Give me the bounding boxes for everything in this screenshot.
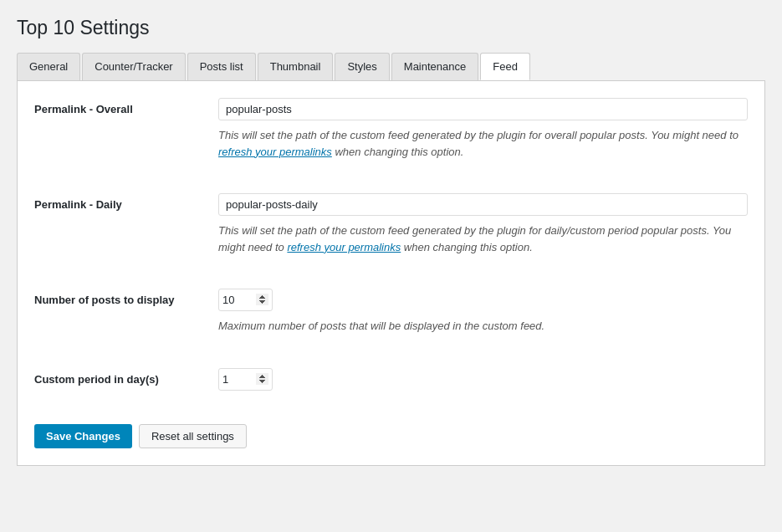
action-buttons: Save Changes Reset all settings	[34, 424, 748, 448]
tab-counter-tracker[interactable]: Counter/Tracker	[82, 53, 185, 80]
tab-posts-list[interactable]: Posts list	[187, 53, 256, 80]
custom-period-row: Custom period in day(s)	[34, 368, 748, 407]
permalink-overall-control: This will set the path of the custom fee…	[218, 98, 748, 160]
num-posts-row: Number of posts to display Maximum numbe…	[34, 289, 748, 351]
tab-feed[interactable]: Feed	[480, 53, 530, 80]
permalink-daily-label: Permalink - Daily	[34, 193, 218, 211]
permalink-overall-label: Permalink - Overall	[34, 98, 218, 115]
num-posts-input[interactable]	[218, 289, 273, 311]
tab-styles[interactable]: Styles	[335, 53, 389, 80]
num-posts-control: Maximum number of posts that will be dis…	[218, 289, 748, 335]
custom-period-control	[218, 368, 748, 391]
permalink-overall-row: Permalink - Overall This will set the pa…	[34, 98, 748, 176]
custom-period-input[interactable]	[218, 368, 273, 391]
permalink-daily-control: This will set the path of the custom fee…	[218, 193, 748, 255]
permalink-overall-link[interactable]: refresh your permalinks	[218, 146, 332, 158]
permalink-daily-description: This will set the path of the custom fee…	[218, 223, 748, 255]
tab-thumbnail[interactable]: Thumbnail	[258, 53, 334, 80]
tab-bar: General Counter/Tracker Posts list Thumb…	[17, 53, 765, 80]
num-posts-description: Maximum number of posts that will be dis…	[218, 318, 748, 335]
permalink-daily-row: Permalink - Daily This will set the path…	[34, 193, 748, 272]
tab-maintenance[interactable]: Maintenance	[391, 53, 478, 80]
permalink-daily-input[interactable]	[218, 193, 748, 216]
permalink-daily-link[interactable]: refresh your permalinks	[287, 241, 401, 253]
permalink-overall-description: This will set the path of the custom fee…	[218, 127, 748, 160]
custom-period-label: Custom period in day(s)	[34, 368, 218, 386]
num-posts-label: Number of posts to display	[34, 289, 218, 306]
save-button[interactable]: Save Changes	[34, 424, 132, 448]
permalink-overall-input[interactable]	[218, 98, 748, 120]
settings-panel: Permalink - Overall This will set the pa…	[17, 80, 765, 466]
reset-button[interactable]: Reset all settings	[139, 424, 247, 448]
page-title: Top 10 Settings	[17, 17, 765, 39]
tab-general[interactable]: General	[17, 53, 80, 80]
